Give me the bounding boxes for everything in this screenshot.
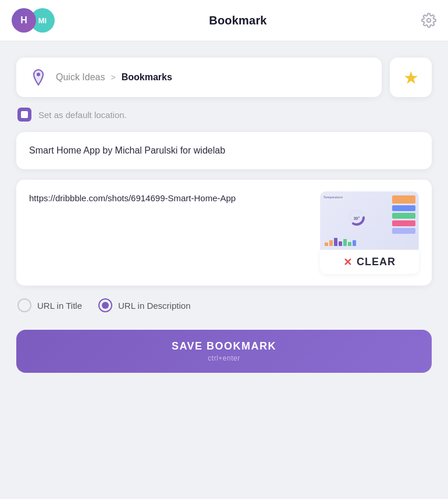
radio-outer-description xyxy=(98,298,112,312)
radio-outer-title xyxy=(17,298,31,312)
svg-text:30°: 30° xyxy=(354,216,360,220)
mini-gauge-area: 30° xyxy=(323,201,390,234)
radio-inner-description xyxy=(102,302,109,309)
pin-icon xyxy=(29,68,48,87)
mini-temp-label: Temperature xyxy=(323,195,390,199)
avatar-group: H MI xyxy=(12,8,55,33)
clear-x-icon: ✕ xyxy=(343,257,352,268)
gear-icon[interactable] xyxy=(421,13,436,28)
url-preview-image: Temperature 30° xyxy=(320,191,419,250)
header: H MI Bookmark xyxy=(0,0,448,41)
mini-bars-row xyxy=(323,236,390,246)
mini-left: Temperature 30° xyxy=(323,195,390,246)
save-shortcut-label: ctrl+enter xyxy=(208,354,240,362)
mini-bar xyxy=(334,238,337,246)
radio-label-title: URL in Title xyxy=(37,301,82,311)
default-location-row: Set as default location. xyxy=(16,108,432,122)
breadcrumb-parent: Quick Ideas xyxy=(56,72,105,83)
radio-label-description: URL in Description xyxy=(118,301,191,311)
avatar-h[interactable]: H xyxy=(12,8,36,33)
url-preview-col: Temperature 30° xyxy=(320,191,419,274)
mini-gauge-svg: 30° xyxy=(347,208,366,227)
main-content: Quick Ideas > Bookmarks ★ Set as default… xyxy=(0,41,448,387)
checkbox-inner xyxy=(21,111,28,118)
star-card[interactable]: ★ xyxy=(390,58,432,97)
mini-bar xyxy=(339,241,342,246)
clear-button[interactable]: ✕ CLEAR xyxy=(320,250,419,274)
svg-point-0 xyxy=(427,19,431,23)
breadcrumb-arrow: > xyxy=(111,73,115,82)
bookmark-title: Smart Home App by Michal Parulski for wi… xyxy=(29,144,419,158)
mini-bar xyxy=(348,242,351,246)
default-location-label: Set as default location. xyxy=(38,110,127,120)
save-bookmark-label: SAVE BOOKMARK xyxy=(172,340,276,352)
mini-bar xyxy=(353,240,356,246)
breadcrumb-current: Bookmarks xyxy=(122,72,172,83)
bookmark-url: https://dribbble.com/shots/6914699-Smart… xyxy=(29,191,311,205)
mini-dashboard: Temperature 30° xyxy=(321,192,418,250)
url-card: https://dribbble.com/shots/6914699-Smart… xyxy=(16,180,432,286)
radio-row: URL in Title URL in Description xyxy=(16,296,432,315)
location-row: Quick Ideas > Bookmarks ★ xyxy=(16,58,432,97)
mini-bar xyxy=(329,240,333,246)
title-card: Smart Home App by Michal Parulski for wi… xyxy=(16,132,432,169)
mini-bar xyxy=(343,239,347,246)
radio-url-title[interactable]: URL in Title xyxy=(17,298,82,312)
mini-bar xyxy=(325,243,328,246)
star-icon: ★ xyxy=(403,67,419,88)
clear-label: CLEAR xyxy=(357,256,396,268)
radio-url-description[interactable]: URL in Description xyxy=(98,298,191,312)
page-title: Bookmark xyxy=(209,14,266,27)
mini-right xyxy=(392,195,415,246)
default-location-checkbox[interactable] xyxy=(17,108,31,122)
location-card[interactable]: Quick Ideas > Bookmarks xyxy=(16,58,382,97)
svg-point-1 xyxy=(37,73,40,76)
save-bookmark-button[interactable]: SAVE BOOKMARK ctrl+enter xyxy=(16,330,432,373)
breadcrumb: Quick Ideas > Bookmarks xyxy=(56,72,172,83)
